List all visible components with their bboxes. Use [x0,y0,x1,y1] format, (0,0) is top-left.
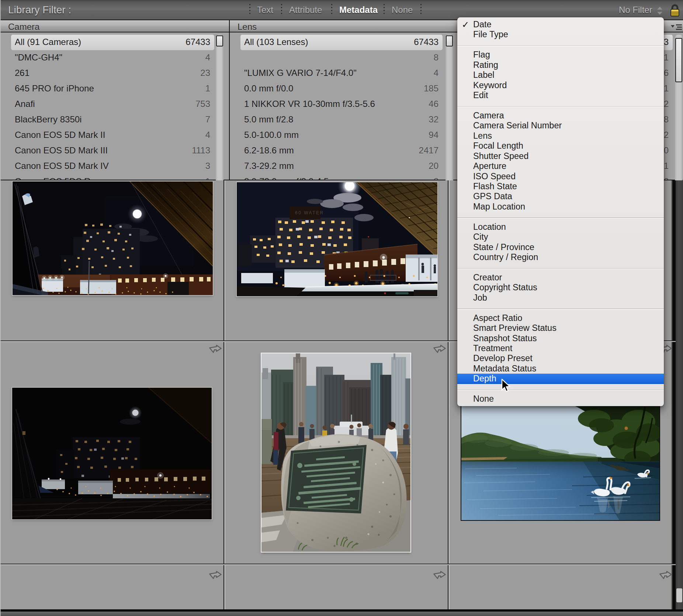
svg-text:60 WATER: 60 WATER [295,210,324,215]
